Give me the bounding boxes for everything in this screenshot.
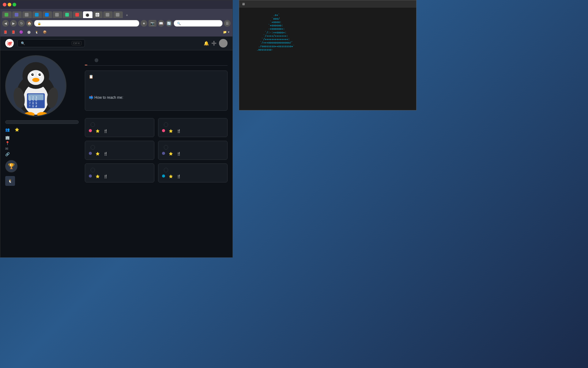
firefox-titlebar <box>0 0 232 9</box>
tab-meas[interactable] <box>22 11 32 18</box>
svg-text:7 8 9: 7 8 9 <box>29 102 37 105</box>
github-header: 🐙 🔍 Ctrl K 🔔 ➕ <box>0 36 232 50</box>
org-badge[interactable]: 🐧 <box>5 176 15 186</box>
repo-card-xdm: ⭐ 🍴 <box>85 163 154 182</box>
new-tab-btn[interactable]: + <box>123 13 130 18</box>
followers-stat[interactable]: 👥 <box>5 128 10 132</box>
sync-btn[interactable]: 🔄 <box>166 20 172 27</box>
bookmark-bbidulock[interactable]: ⬤ <box>26 30 32 34</box>
win-min-button[interactable] <box>8 3 11 6</box>
repo-card-mcwm: ⭐ 🍴 <box>158 141 228 160</box>
tab-projects[interactable] <box>104 55 107 65</box>
org-info: 🏢 <box>5 136 79 140</box>
reader-btn[interactable]: 📖 <box>158 20 164 27</box>
url-bar[interactable]: 🔒 <box>34 20 139 27</box>
profile-tabs <box>85 55 228 66</box>
tab-bidu[interactable]: ⬤ <box>83 11 92 18</box>
svg-point-8 <box>32 74 33 75</box>
svg-text:1 2 3: 1 2 3 <box>29 96 37 99</box>
tab-aur[interactable] <box>32 11 42 18</box>
reload-button[interactable]: ↻ <box>18 20 25 27</box>
profile-info: 🏢 📍 ✉ 🔗 <box>5 136 79 156</box>
plus-icon[interactable]: ➕ <box>211 41 217 46</box>
bookmarks-bar: 📕 📕 🟣 ⬤ 🐧 <box>2 29 231 35</box>
desktop: ⬤ ⬤ + ◀ ▶ ↻ 🏠 🔒 ★ 📷 📖 🔄 � <box>0 0 588 368</box>
location-info: 📍 <box>5 141 79 145</box>
readme-item-6 <box>89 102 224 104</box>
svg-text:* 0 #: * 0 # <box>29 105 37 108</box>
tab-depl[interactable] <box>103 11 113 18</box>
bookmark-aur[interactable]: 🐧 <box>34 30 40 34</box>
repo-grid: ⭐ 🍴 ⭐ 🍴 <box>85 118 228 182</box>
github-logo[interactable]: 🐙 <box>5 39 14 48</box>
profile-avatar: 1 2 3 4 5 6 7 8 9 * 0 # <box>5 55 66 117</box>
tab-nas[interactable] <box>63 11 72 18</box>
home-button[interactable]: 🏠 <box>26 20 33 27</box>
repos-section: ⭐ 🍴 ⭐ 🍴 <box>85 114 228 182</box>
browser-nav: ◀ ▶ ↻ 🏠 🔒 ★ 📷 📖 🔄 🔍 ☰ <box>2 19 231 28</box>
window-controls[interactable] <box>3 3 16 6</box>
readme-item-1 <box>89 84 224 86</box>
stars-stat[interactable]: ⭐ <box>15 128 19 132</box>
tab-packages[interactable] <box>112 55 114 65</box>
readme-item-2 <box>89 86 224 89</box>
search-bar[interactable]: 🔍 <box>174 20 223 27</box>
tab-tvli[interactable] <box>73 11 82 18</box>
bookmark-getting-started-1[interactable]: 📕 <box>2 30 9 34</box>
orgs-section: 🐧 <box>5 176 79 186</box>
profile-stats: 👥 ⭐ <box>5 128 79 132</box>
readme-title: 📋 <box>89 75 224 79</box>
notifications-icon[interactable]: 🔔 <box>204 41 209 46</box>
tab-fitbit[interactable] <box>2 11 12 18</box>
svg-point-9 <box>40 74 40 75</box>
tab-repositories[interactable] <box>92 55 100 65</box>
github-content: 🐙 🔍 Ctrl K 🔔 ➕ <box>0 36 232 257</box>
achievements-section: 🏆 <box>5 160 79 172</box>
readme-item-0 <box>89 81 224 84</box>
win-max-button[interactable] <box>13 3 16 6</box>
back-button[interactable]: ◀ <box>2 20 9 27</box>
github-search[interactable]: 🔍 Ctrl K <box>17 39 85 47</box>
svg-point-10 <box>32 78 39 82</box>
repo-card-lcewm: ⭐ 🍴 <box>85 118 154 137</box>
svg-text:4 5 6: 4 5 6 <box>29 99 37 102</box>
edit-profile-button[interactable] <box>5 120 79 124</box>
bookmark-btn[interactable]: ★ <box>141 20 147 27</box>
tab-xde[interactable] <box>113 11 123 18</box>
firefox-window: ⬤ ⬤ + ◀ ▶ ↻ 🏠 🔒 ★ 📷 📖 🔄 � <box>0 0 233 258</box>
tab-your[interactable]: ⬤ <box>93 11 103 18</box>
forward-button[interactable]: ▶ <box>10 20 17 27</box>
user-avatar[interactable] <box>219 39 228 48</box>
bookmark-realtek[interactable]: 📦 <box>42 30 48 34</box>
github-nav-right: 🔔 ➕ <box>204 39 228 48</box>
tab-overview[interactable] <box>85 55 87 65</box>
menu-btn[interactable]: ☰ <box>224 20 231 27</box>
github-body: 1 2 3 4 5 6 7 8 9 * 0 # 👥 <box>0 50 232 234</box>
svg-point-3 <box>28 70 44 85</box>
achievement-badge: 🏆 <box>5 160 17 172</box>
terminal-body: .o+` `ooo/ `+oooo: `+oooooo: -+oooooo+: … <box>239 8 416 110</box>
browser-tabs: ⬤ ⬤ + <box>2 10 231 18</box>
repo-card-perlpanel: ⭐ 🍴 <box>158 163 228 182</box>
win-close-button[interactable] <box>3 3 6 6</box>
terminal-window: 🖥 .o+` `ooo/ `+oooo: `+oooooo: -+oooooo+… <box>239 0 417 110</box>
repo-card-blackboxwm: ⭐ 🍴 <box>158 118 228 137</box>
profile-sidebar: 1 2 3 4 5 6 7 8 9 * 0 # 👥 <box>5 55 79 229</box>
readme-item-4 <box>89 91 224 94</box>
neofetch-art: .o+` `ooo/ `+oooo: `+oooooo: -+oooooo+: … <box>242 10 309 52</box>
bookmark-other[interactable]: 📁 ▾ <box>222 30 231 34</box>
bookmark-getting-started-2[interactable]: 📕 <box>10 30 17 34</box>
bookmark-yahoo[interactable]: 🟣 <box>18 30 25 34</box>
readme-item-5: 📫 How to reach me: <box>89 94 224 102</box>
tab-mess[interactable] <box>43 11 52 18</box>
screenshot-btn[interactable]: 📷 <box>149 20 156 27</box>
repo-card-adwm: ⭐ 🍴 <box>85 141 154 160</box>
browser-toolbar: ⬤ ⬤ + ◀ ▶ ↻ 🏠 🔒 ★ 📷 📖 🔄 � <box>0 9 232 36</box>
readme-box: 📋 📫 How to reach me: <box>85 71 228 111</box>
tab-telus[interactable] <box>12 11 22 18</box>
profile-main: 📋 📫 How to reach me: <box>79 55 228 229</box>
website-info[interactable]: 🔗 <box>5 152 79 156</box>
terminal-titlebar: 🖥 <box>239 0 416 8</box>
email-info[interactable]: ✉ <box>5 147 79 151</box>
tab-notif[interactable] <box>53 11 62 18</box>
